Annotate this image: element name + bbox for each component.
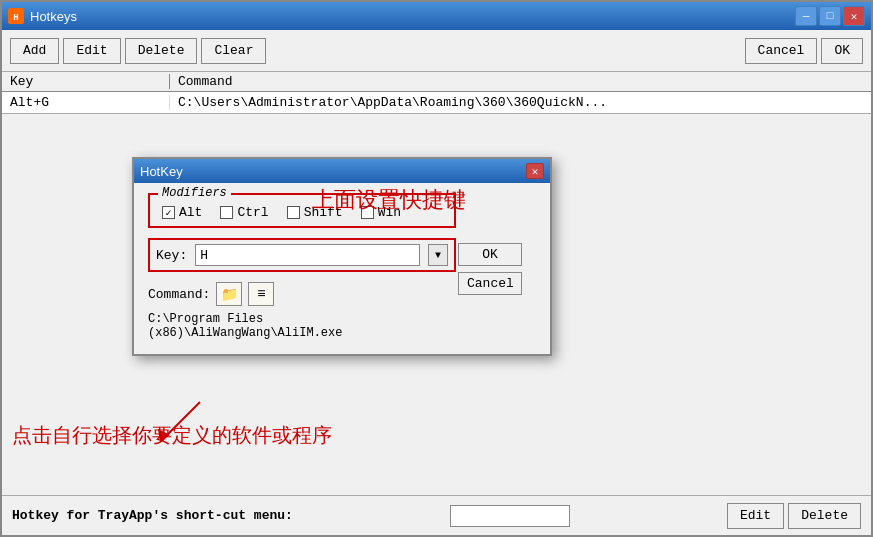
ctrl-checkbox[interactable] bbox=[220, 206, 233, 219]
ctrl-label: Ctrl bbox=[237, 205, 268, 220]
svg-marker-3 bbox=[158, 429, 170, 442]
arrow-annotation bbox=[150, 397, 210, 451]
key-label: Key: bbox=[156, 248, 187, 263]
alt-modifier[interactable]: Alt bbox=[162, 205, 202, 220]
arrow-svg bbox=[150, 397, 210, 447]
svg-text:H: H bbox=[13, 13, 18, 23]
key-row: Key: ▼ bbox=[148, 238, 456, 272]
svg-line-2 bbox=[165, 402, 200, 437]
command-path: C:\Program Files (x86)\AliWangWang\AliIM… bbox=[148, 312, 456, 340]
dialog-title-bar: HotKey ✕ bbox=[134, 159, 550, 183]
status-edit-button[interactable]: Edit bbox=[727, 503, 784, 529]
annotation-top: 上面设置快捷键 bbox=[312, 185, 466, 215]
dialog-cancel-button[interactable]: Cancel bbox=[458, 272, 522, 295]
hotkeys-table: Key Command Alt+G C:\Users\Administrator… bbox=[2, 72, 871, 114]
key-column-header: Key bbox=[10, 74, 170, 89]
dialog-close-button[interactable]: ✕ bbox=[526, 163, 544, 179]
command-column-header: Command bbox=[170, 74, 863, 89]
shift-checkbox[interactable] bbox=[287, 206, 300, 219]
delete-button[interactable]: Delete bbox=[125, 38, 198, 64]
ok-button[interactable]: OK bbox=[821, 38, 863, 64]
alt-checkbox[interactable] bbox=[162, 206, 175, 219]
main-window: H Hotkeys — □ ✕ Add Edit Delete Clear Ca… bbox=[0, 0, 873, 537]
status-label: Hotkey for TrayApp's short-cut menu: bbox=[12, 508, 293, 523]
ctrl-modifier[interactable]: Ctrl bbox=[220, 205, 268, 220]
key-dropdown-button[interactable]: ▼ bbox=[428, 244, 448, 266]
shortcut-input[interactable] bbox=[450, 505, 570, 527]
clear-button[interactable]: Clear bbox=[201, 38, 266, 64]
key-input[interactable] bbox=[195, 244, 420, 266]
dialog-ok-button[interactable]: OK bbox=[458, 243, 522, 266]
cancel-button[interactable]: Cancel bbox=[745, 38, 818, 64]
row-key: Alt+G bbox=[10, 95, 170, 110]
app-icon: H bbox=[8, 8, 24, 24]
status-bar: Hotkey for TrayApp's short-cut menu: Edi… bbox=[2, 495, 871, 535]
add-button[interactable]: Add bbox=[10, 38, 59, 64]
maximize-button[interactable]: □ bbox=[819, 6, 841, 26]
table-row[interactable]: Alt+G C:\Users\Administrator\AppData\Roa… bbox=[2, 92, 871, 113]
edit-button[interactable]: Edit bbox=[63, 38, 120, 64]
command-label: Command: bbox=[148, 287, 210, 302]
row-command: C:\Users\Administrator\AppData\Roaming\3… bbox=[170, 95, 863, 110]
command-row: Command: 📁 ≡ bbox=[148, 282, 456, 306]
title-bar: H Hotkeys — □ ✕ bbox=[2, 2, 871, 30]
modifiers-legend: Modifiers bbox=[158, 186, 231, 200]
table-header: Key Command bbox=[2, 72, 871, 92]
alt-label: Alt bbox=[179, 205, 202, 220]
toolbar: Add Edit Delete Clear Cancel OK bbox=[2, 30, 871, 72]
close-button[interactable]: ✕ bbox=[843, 6, 865, 26]
folder-button[interactable]: 📁 bbox=[216, 282, 242, 306]
window-title: Hotkeys bbox=[30, 9, 77, 24]
status-delete-button[interactable]: Delete bbox=[788, 503, 861, 529]
minimize-button[interactable]: — bbox=[795, 6, 817, 26]
list-button[interactable]: ≡ bbox=[248, 282, 274, 306]
dialog-title: HotKey bbox=[140, 164, 183, 179]
